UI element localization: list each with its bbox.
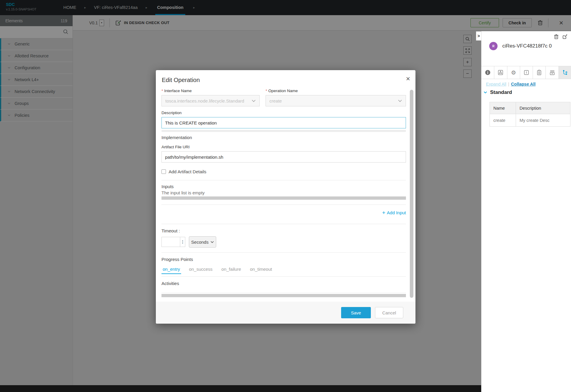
spin-down-icon[interactable]: ▾ xyxy=(182,242,183,244)
operation-name-select[interactable]: create xyxy=(266,95,406,106)
table-row[interactable]: create My create Desc xyxy=(490,114,570,127)
inputs-heading: Inputs xyxy=(161,184,406,189)
interface-name-label: *Interface Name xyxy=(161,89,260,93)
operation-name-label: *Operation Name xyxy=(266,89,406,93)
section-divider xyxy=(161,224,406,224)
spin-up-icon[interactable]: ▴ xyxy=(182,240,183,242)
artifact-uri-label: Artifact File URI xyxy=(161,145,406,149)
section-divider xyxy=(161,204,406,205)
edit-operation-modal: Edit Operation × *Interface Name tosca.i… xyxy=(156,70,415,324)
section-divider xyxy=(161,180,406,180)
operation-name-value: create xyxy=(269,98,282,103)
save-button[interactable]: Save xyxy=(341,307,371,318)
modal-title: Edit Operation xyxy=(162,77,200,84)
required-marker: * xyxy=(161,89,163,93)
implementation-heading: Implementation xyxy=(161,135,406,140)
chevron-down-icon xyxy=(484,91,487,94)
timeout-input-box: ▴ ▾ xyxy=(161,237,185,247)
add-artifact-details-checkbox-row[interactable]: Add Artifact Details xyxy=(161,169,406,174)
modal-body: *Interface Name tosca.interfaces.node.li… xyxy=(161,89,406,297)
artifact-uri-input[interactable] xyxy=(161,151,406,163)
tab-deployment[interactable] xyxy=(546,66,559,79)
timeout-unit-value: Seconds xyxy=(191,240,208,245)
tab-settings[interactable]: ⚙ xyxy=(507,66,520,79)
delete-component-icon[interactable] xyxy=(554,34,559,39)
timeout-input[interactable] xyxy=(162,237,180,247)
avatar-letter: R xyxy=(492,45,494,48)
interface-name-select[interactable]: tosca.interfaces.node.lifecycle.Standard xyxy=(161,95,260,106)
activities-horizontal-scrollbar[interactable] xyxy=(161,294,406,297)
section-divider xyxy=(161,276,406,277)
panel-collapse-button[interactable]: > xyxy=(476,31,481,41)
operation-desc-cell: My create Desc xyxy=(516,114,570,127)
operations-table: Name Description create My create Desc xyxy=(490,102,570,127)
tab-on-entry-active[interactable]: on_entry xyxy=(161,267,181,274)
edit-component-icon[interactable] xyxy=(562,34,567,39)
plus-icon: + xyxy=(382,210,385,216)
chevron-down-icon xyxy=(398,100,402,102)
gear-icon: ⚙ xyxy=(511,70,516,75)
thin-divider xyxy=(161,292,406,293)
add-input-link[interactable]: +Add Input xyxy=(382,210,406,215)
tab-properties[interactable] xyxy=(520,66,533,79)
tab-information[interactable] xyxy=(481,66,494,79)
component-name: ciRes-VFC48218f7c 0 xyxy=(502,43,552,49)
detail-tabs: ⚙ xyxy=(481,66,571,79)
description-scrollbar[interactable] xyxy=(161,130,406,132)
description-label: Description xyxy=(161,111,406,115)
component-detail-body: R ciRes-VFC48218f7c 0 ⚙ xyxy=(481,31,571,392)
tab-artifacts[interactable] xyxy=(494,66,507,79)
timeout-label: Timeout : xyxy=(161,228,406,233)
checkbox-unchecked-icon[interactable] xyxy=(161,169,166,174)
chevron-right-icon: > xyxy=(477,34,480,38)
link-separator: | xyxy=(508,82,509,86)
modal-close-icon[interactable]: × xyxy=(406,75,410,82)
modal-scrollbar[interactable] xyxy=(410,90,413,298)
progress-points-heading: Progress Points xyxy=(161,257,406,262)
tab-requirements[interactable] xyxy=(533,66,546,79)
component-detail-panel: > R ciRes-VFC48218f7c 0 ⚙ xyxy=(476,31,571,392)
operation-name-cell: create xyxy=(490,114,516,127)
tab-on-failure[interactable]: on_failure xyxy=(220,267,242,274)
interface-name-value: tosca.interfaces.node.lifecycle.Standard xyxy=(165,98,244,103)
inputs-empty-text: The input list is empty xyxy=(161,190,406,195)
table-header-row: Name Description xyxy=(490,102,570,114)
tab-operations-active[interactable] xyxy=(559,66,571,79)
cancel-button[interactable]: Cancel xyxy=(375,307,403,318)
column-header-name: Name xyxy=(490,102,516,114)
chevron-down-icon xyxy=(211,241,214,243)
modal-footer: Save Cancel xyxy=(156,302,415,324)
column-header-description: Description xyxy=(516,102,570,114)
add-artifact-details-label: Add Artifact Details xyxy=(169,169,206,174)
avatar: R xyxy=(489,42,498,50)
expand-all-link[interactable]: Expand All xyxy=(486,82,506,86)
standard-section-title: Standard xyxy=(490,89,512,95)
collapse-all-link[interactable]: Collapse All xyxy=(511,82,535,86)
modal-backdrop xyxy=(0,0,571,31)
tab-on-success[interactable]: on_success xyxy=(188,267,214,274)
number-spinner[interactable]: ▴ ▾ xyxy=(180,237,185,247)
standard-section-toggle[interactable]: Standard xyxy=(484,89,512,95)
chevron-down-icon xyxy=(252,100,256,102)
timeout-unit-select[interactable]: Seconds xyxy=(189,236,216,248)
progress-points-tabs: on_entry on_success on_failure on_timeou… xyxy=(161,267,406,274)
required-marker: * xyxy=(266,89,267,93)
description-input[interactable] xyxy=(161,117,406,128)
tab-on-timeout[interactable]: on_timeout xyxy=(249,267,273,274)
activities-heading: Activities xyxy=(161,281,406,286)
inputs-horizontal-scrollbar[interactable] xyxy=(161,196,406,200)
section-divider xyxy=(161,252,406,253)
